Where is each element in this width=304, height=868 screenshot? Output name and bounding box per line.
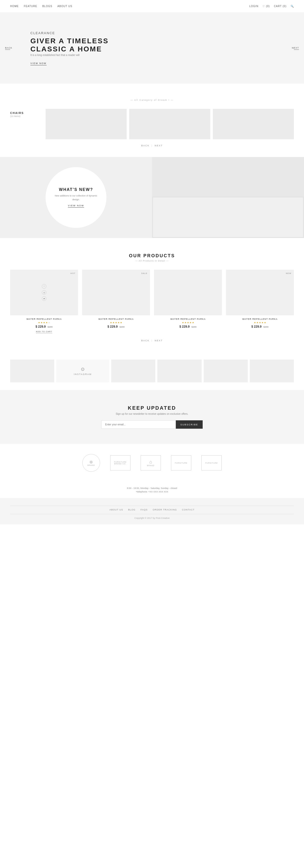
whats-new-circle: WHAT'S NEW? New additions to our collect… [45,167,107,228]
category-image-2 [129,109,210,139]
footer-nav-contact[interactable]: CONTACT [182,508,194,511]
newsletter-form: SUBSCRIBE [101,420,203,429]
whats-new-cta-button[interactable]: VIEW NOW [68,204,84,208]
product-icons-1: ♡ ◎ ⇄ [42,284,47,301]
products-section-title: OUR PRODUCTS [10,253,294,258]
hero-back-button[interactable]: BACK [5,46,12,50]
product-name-2: WATER REPELLENT PARKA [82,318,150,320]
nav-wishlist[interactable]: ♡ (0) [263,5,270,8]
category-name: CHAIRS [10,112,43,115]
product-name-3: WATER REPELLENT PARKA [154,318,222,320]
hero-content: CLEARANCE GIVER A TIMELESS CLASSIC A HOM… [30,31,132,65]
category-next-button[interactable]: NEXT [155,144,163,147]
hero-next-button[interactable]: NEXT [292,46,299,50]
category-title-block: CHAIRS (10 Items) [10,109,43,120]
product-image-3 [154,270,222,315]
instagram-image-2[interactable] [111,360,155,382]
brands-section: ⊛ BRAND FURNITURE BRAND CO. ⌂ BRAND FURN… [0,444,304,482]
contact-hours: 8:00 - 19:00, Monday - Saturday, Sunday … [5,487,299,490]
whats-new-left: WHAT'S NEW? New additions to our collect… [0,157,152,238]
footer-nav: ABOUT US BLOG FAQS ORDER TRACKING CONTAC… [10,508,294,511]
nav-login[interactable]: LOGIN [249,5,259,8]
product-name-4: WATER REPELLENT PARKA [226,318,294,320]
hero-description: It is a long established fact that a rea… [30,53,132,57]
footer-nav-blog[interactable]: BLOG [128,508,135,511]
footer-nav-order-tracking[interactable]: ORDER TRACKING [153,508,177,511]
product-image-1: HOT ♡ ◎ ⇄ [10,270,78,315]
whats-new-section: WHAT'S NEW? New additions to our collect… [0,157,304,238]
nav-blogs[interactable]: BLOGS [42,5,52,8]
brand-logo-5: Furniture [202,455,222,470]
contact-phone: +telephone: +XX XXX XXX XXX [5,491,299,493]
category-back-button[interactable]: BACK [141,144,150,147]
product-price-3: $ 229.9 $299 [154,325,222,329]
products-grid: HOT ♡ ◎ ⇄ WATER REPELLENT PARKA ★★★★★ $ … [10,270,294,333]
product-eye-icon-1[interactable]: ◎ [42,290,47,295]
brand-logo-2: FURNITURE BRAND CO. [110,455,130,470]
product-old-price-2: $299 [120,326,125,328]
product-badge-4: NEW [286,272,291,275]
category-images [45,109,294,139]
contact-section: 8:00 - 19:00, Monday - Saturday, Sunday … [0,482,304,498]
newsletter-email-input[interactable] [101,420,176,429]
nav-feature[interactable]: FEATURE [24,5,37,8]
nav-about[interactable]: ABOUT US [57,5,72,8]
product-image-4: NEW [226,270,294,315]
newsletter-description: Sign up for our newsletter to receive up… [10,412,294,415]
products-nav-divider: | [151,339,153,342]
brand-logo-3: ⌂ BRAND [141,455,161,470]
navigation: HOME FEATURE BLOGS ABOUT US LOGIN ♡ (0) … [0,0,304,13]
product-compare-icon-1[interactable]: ⇄ [42,296,47,301]
whats-new-right [152,157,304,238]
hero-cta-button[interactable]: VIEW NOW [30,62,47,65]
nav-search[interactable]: 🔍 [291,5,294,8]
footer: ABOUT US BLOG FAQS ORDER TRACKING CONTAC… [0,498,304,524]
product-add-cart-1[interactable]: ADD TO CART [36,331,53,333]
product-card-1: HOT ♡ ◎ ⇄ WATER REPELLENT PARKA ★★★★★ $ … [10,270,78,333]
product-card-3: WATER REPELLENT PARKA ★★★★★ $ 229.9 $299 [154,270,222,333]
products-section: OUR PRODUCTS — All Products in Detail — … [0,238,304,352]
product-stars-3: ★★★★★ [154,321,222,324]
nav-right: LOGIN ♡ (0) CART (0) 🔍 [249,5,294,8]
footer-nav-faqs[interactable]: FAQS [141,508,148,511]
category-section-label: — All Category of Dream ! — [10,99,294,101]
instagram-image-1[interactable] [10,360,54,382]
product-heart-icon-1[interactable]: ♡ [42,284,47,289]
product-badge-2: SALE [141,272,147,275]
newsletter-title: KEEP UPDATED [10,405,294,411]
brand-logo-4: FURNITURE [171,455,191,470]
footer-nav-about[interactable]: ABOUT US [110,508,123,511]
product-old-price-3: $299 [191,326,196,328]
hero-tag: CLEARANCE [30,31,132,35]
instagram-image-3[interactable] [157,360,202,382]
instagram-section: ⊙ INSTAGRAM [0,352,304,390]
footer-copyright: Copyright © 2017 by Post-Creative [10,517,294,519]
product-old-price-1: $299 [48,326,53,328]
footer-divider-bottom [10,514,294,514]
product-card-2: SALE WATER REPELLENT PARKA ★★★★★ $ 229.9… [82,270,150,333]
nav-left: HOME FEATURE BLOGS ABOUT US [10,5,72,8]
instagram-icon: ⊙ [81,366,85,372]
instagram-image-5[interactable] [250,360,294,382]
product-stars-2: ★★★★★ [82,321,150,324]
newsletter-section: KEEP UPDATED Sign up for our newsletter … [0,390,304,444]
category-image-3 [213,109,294,139]
nav-home[interactable]: HOME [10,5,19,8]
instagram-image-4[interactable] [204,360,248,382]
whats-new-description: New additions to our collection of dynam… [53,194,99,201]
product-card-4: NEW WATER REPELLENT PARKA ★★★★★ $ 229.9 … [226,270,294,333]
category-section: — All Category of Dream ! — CHAIRS (10 I… [0,84,304,157]
instagram-label: INSTAGRAM [74,373,92,375]
category-count: (10 Items) [10,115,43,118]
product-name-1: WATER REPELLENT PARKA [10,318,78,320]
product-stars-4: ★★★★★ [226,321,294,324]
whats-new-title: WHAT'S NEW? [59,187,93,192]
instagram-center[interactable]: ⊙ INSTAGRAM [56,360,109,382]
category-image-1 [45,109,127,139]
products-back-button[interactable]: BACK [141,339,150,342]
product-badge-1: HOT [70,272,75,275]
nav-cart[interactable]: CART (0) [274,5,286,8]
products-next-button[interactable]: NEXT [155,339,163,342]
product-image-2: SALE [82,270,150,315]
newsletter-subscribe-button[interactable]: SUBSCRIBE [176,420,203,429]
